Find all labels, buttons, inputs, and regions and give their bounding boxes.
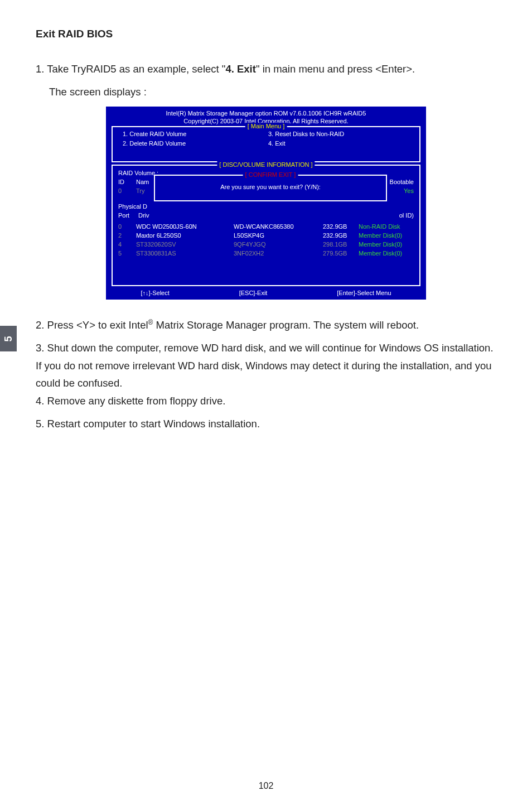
disk-serial: 9QF4YJGQ [234,240,323,249]
disk-model: ST3300831AS [136,249,234,258]
bios-screenshot: Intel(R) Matrix Storage Manager option R… [106,107,426,300]
physical-disks-label: Physical D [118,202,414,211]
disk-port: 0 [118,223,136,232]
col-port: Port [118,211,138,220]
disk-serial: WD-WCANKC865380 [234,223,323,232]
chapter-number: 5 [2,336,14,341]
disk-port: 4 [118,240,136,249]
disk-size: 279.5GB [323,249,359,258]
step-4: 4. Remove any diskette from floppy drive… [36,392,496,409]
step-5: 5. Restart computer to start Windows ins… [36,415,496,432]
step3-text: 3. Shut down the computer, remove WD har… [36,339,496,392]
disk-size: 298.1GB [323,240,359,249]
menu-item-delete: 2. Delete RAID Volume [123,139,268,148]
disk-status: Non-RAID Disk [359,223,414,232]
disk-size: 232.9GB [323,223,359,232]
disk-model: Maxtor 6L250S0 [136,232,234,240]
confirm-title: [ CONFIRM EXIT ] [243,171,298,178]
col-id: ID [118,178,136,187]
disk-model: ST3320620SV [136,240,234,249]
main-menu-box: [ Main Menu ] 1. Create RAID Volume 2. D… [112,126,420,162]
disc-info-box: [ DISC/VOLUME INFORMATION ] RAID Volume … [112,165,420,286]
footer-enter: [Enter]-Select Menu [337,290,391,296]
disk-table: 0 WDC WD2500JS-60N WD-WCANKC865380 232.9… [118,223,414,258]
disk-port: 5 [118,249,136,258]
step2-a: 2. Press <Y> to exit Intel [36,319,148,331]
table-row: 5 ST3300831AS 3NF02XH2 279.5GB Member Di… [118,249,414,258]
menu-item-reset: 3. Reset Disks to Non-RAID [268,129,414,139]
col-bootable: Bootable [390,178,414,187]
disk-size: 232.9GB [323,232,359,240]
disc-info-title: [ DISC/VOLUME INFORMATION ] [217,161,315,168]
disk-status: Member Disk(0) [359,240,414,249]
section-heading: Exit RAID BIOS [36,28,496,40]
footer-esc: [ESC]-Exit [239,290,268,296]
vol-bootable: Yes [404,187,414,196]
table-row: 2 Maxtor 6L250S0 L50SKP4G 232.9GB Member… [118,232,414,240]
disk-serial: L50SKP4G [234,232,323,240]
intro-bold: 4. Exit [225,63,256,75]
disk-status: Member Disk(0) [359,249,414,258]
table-row: 4 ST3320620SV 9QF4YJGQ 298.1GB Member Di… [118,240,414,249]
intro-line2: The screen displays : [36,83,496,100]
disk-serial: 3NF02XH2 [234,249,323,258]
menu-item-create: 1. Create RAID Volume [123,129,268,139]
intro-line1: 1. Take TryRAID5 as an example, select "… [36,60,496,78]
step2-b: Matrix Storage Manager program. The syst… [153,319,419,331]
footer-select: [↑↓]-Select [141,290,169,296]
page-number: 102 [0,781,532,791]
disk-model: WDC WD2500JS-60N [136,223,234,232]
intro-suffix: " in main menu and press <Enter>. [256,63,415,75]
chapter-tab: 5 [0,326,17,351]
vol-id: 0 [118,187,136,196]
intro-prefix: 1. Take TryRAID5 as an example, select " [36,63,225,75]
table-row: 0 WDC WD2500JS-60N WD-WCANKC865380 232.9… [118,223,414,232]
menu-item-exit: 4. Exit [268,139,414,148]
disk-status: Member Disk(0) [359,232,414,240]
bios-footer: [↑↓]-Select [ESC]-Exit [Enter]-Select Me… [106,288,426,300]
confirm-text: Are you sure you want to exit? (Y/N): [159,184,381,190]
step-2: 2. Press <Y> to exit Intel® Matrix Stora… [36,316,496,334]
disk-port: 2 [118,232,136,240]
step-3: 3. Shut down the computer, remove WD har… [36,339,496,392]
col-volid-tail: ol ID) [399,211,414,220]
col-drive: Driv [138,211,399,220]
bios-title: Intel(R) Matrix Storage Manager option R… [106,109,426,117]
confirm-exit-dialog: [ CONFIRM EXIT ] Are you sure you want t… [154,175,387,201]
main-menu-title: [ Main Menu ] [245,123,287,129]
